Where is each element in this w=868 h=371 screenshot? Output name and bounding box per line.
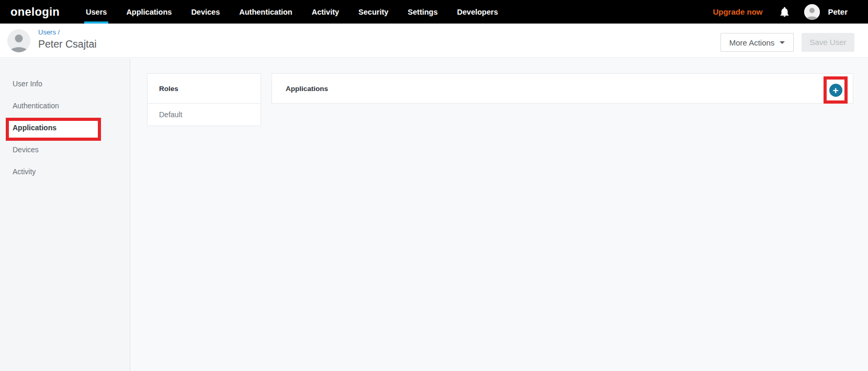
applications-panel-title: Applications (286, 85, 328, 93)
nav-tab-users[interactable]: Users (86, 0, 107, 24)
sidebar-item-applications[interactable]: Applications (0, 117, 130, 139)
sidebar-item-authentication[interactable]: Authentication (0, 95, 130, 117)
nav-tab-developers[interactable]: Developers (457, 0, 498, 24)
sidebar-item-devices[interactable]: Devices (0, 139, 130, 161)
plus-icon: + (832, 85, 838, 96)
top-navigation-bar: onelogin Users Applications Devices Auth… (0, 0, 868, 24)
page-title: Peter Csajtai (38, 38, 97, 50)
page-header: Users / Peter Csajtai More Actions Save … (0, 24, 868, 58)
avatar-icon (804, 4, 820, 20)
sidebar-item-user-info[interactable]: User Info (0, 73, 130, 95)
sidebar-item-label: User Info (13, 80, 42, 88)
onelogin-admin-screen: onelogin Users Applications Devices Auth… (0, 0, 868, 371)
nav-tab-security[interactable]: Security (358, 0, 388, 24)
notification-bell-icon[interactable] (780, 7, 789, 17)
add-application-button[interactable]: + (829, 84, 842, 97)
sidebar-item-label: Applications (13, 123, 57, 132)
chevron-down-icon (780, 41, 785, 44)
nav-user-avatar[interactable] (804, 4, 820, 20)
onelogin-logo[interactable]: onelogin (10, 5, 60, 19)
avatar-icon (7, 29, 30, 52)
roles-card: Roles Default (147, 73, 261, 126)
nav-tab-activity[interactable]: Activity (312, 0, 339, 24)
sidebar-item-label: Authentication (13, 102, 59, 110)
user-profile-avatar (7, 29, 30, 52)
applications-panel: Applications (272, 73, 853, 104)
nav-tab-settings[interactable]: Settings (408, 0, 437, 24)
sidebar-item-activity[interactable]: Activity (0, 161, 130, 183)
nav-user-name[interactable]: Peter (828, 7, 848, 16)
nav-tab-authentication[interactable]: Authentication (239, 0, 292, 24)
primary-nav: Users Applications Devices Authenticatio… (86, 0, 517, 24)
role-row-default[interactable]: Default (148, 104, 261, 126)
breadcrumb-users-link[interactable]: Users / (38, 28, 60, 36)
annotation-highlight-box: + (824, 76, 848, 104)
roles-card-title: Roles (148, 74, 261, 104)
save-user-button[interactable]: Save User (802, 33, 854, 52)
more-actions-button[interactable]: More Actions (720, 33, 794, 52)
upgrade-now-link[interactable]: Upgrade now (713, 7, 762, 16)
sidebar-item-label: Activity (13, 167, 36, 176)
nav-tab-devices[interactable]: Devices (191, 0, 220, 24)
nav-tab-applications[interactable]: Applications (126, 0, 172, 24)
user-detail-sidebar: User Info Authentication Applications De… (0, 59, 130, 371)
nav-right-cluster: Upgrade now Peter (713, 0, 868, 24)
more-actions-label: More Actions (729, 38, 775, 47)
sidebar-item-label: Devices (13, 145, 39, 154)
